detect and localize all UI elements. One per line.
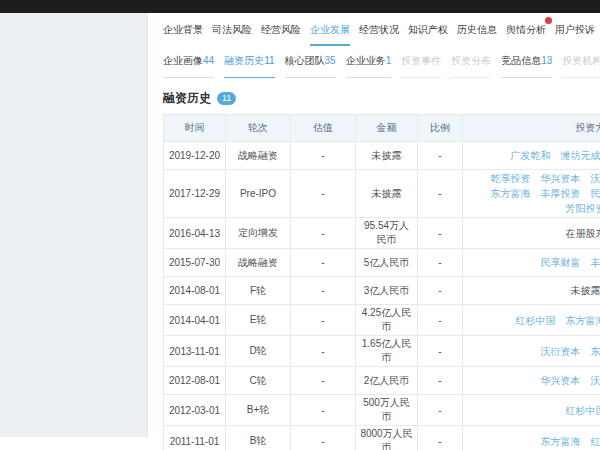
subtab-label: 企业画像 [163, 55, 203, 66]
cell-round: B+轮 [226, 395, 291, 426]
tab-public-sentiment[interactable]: 舆情分析 [506, 23, 546, 44]
investor-link[interactable]: 华兴资本 [541, 375, 581, 386]
tab-history-info[interactable]: 历史信息 [457, 23, 497, 44]
cell-time: 2017-12-29 [164, 170, 226, 218]
investor-line: 红杉中国 [467, 403, 600, 418]
cell-ratio: - [418, 395, 463, 426]
notification-dot-icon [545, 17, 552, 24]
investor-link[interactable]: 芳阳投资 [566, 203, 600, 214]
investor-link[interactable]: 东方富海 [566, 315, 600, 326]
cell-round: D轮 [226, 336, 291, 367]
cell-amount: 3亿人民币 [356, 277, 418, 305]
tab-intellectual-property[interactable]: 知识产权 [408, 23, 448, 44]
investor-link[interactable]: 沃衍资本 [591, 173, 600, 184]
cell-valuation: - [291, 170, 356, 218]
cell-round: C轮 [226, 367, 291, 395]
left-side-panel [0, 13, 148, 437]
investor-link[interactable]: 沃衍资本 [591, 375, 600, 386]
column-header: 比例 [418, 115, 463, 142]
main-content: 企业背景司法风险经营风险企业发展经营状况知识产权历史信息舆情分析用户投诉 企业画… [149, 13, 600, 450]
cell-time: 2014-08-01 [164, 277, 226, 305]
section-title: 融资历史 [163, 90, 211, 107]
subtab-core-team[interactable]: 核心团队35 [285, 54, 336, 78]
cell-valuation: - [291, 395, 356, 426]
investor-line: 东方富海丰厚投资民享财富万向资本 [467, 186, 600, 201]
investor-line: 芳阳投资 [467, 201, 600, 216]
investor-line: 未披露 [467, 283, 600, 298]
section-count-badge: 11 [217, 92, 236, 105]
table-row: 2014-04-01E轮-4.25亿人民币-红杉中国东方富海沃衍资本 [164, 305, 600, 336]
investor-link[interactable]: 东方富海 [591, 346, 600, 357]
table-row: 2015-07-30战略融资-5亿人民币-民享财富丰厚投资 [164, 249, 600, 277]
tab-company-development[interactable]: 企业发展 [310, 23, 350, 46]
cell-ratio: - [418, 142, 463, 170]
cell-amount: 95.54万人民币 [356, 218, 418, 249]
investor-link[interactable]: 东方富海 [491, 188, 531, 199]
investor-link[interactable]: 沃衍资本 [541, 346, 581, 357]
column-header: 估值 [291, 115, 356, 142]
investor-link[interactable]: 东方富海 [541, 436, 581, 447]
tab-operation-status[interactable]: 经营状况 [359, 23, 399, 44]
cell-ratio: - [418, 249, 463, 277]
investor-link[interactable]: 华兴资本 [541, 173, 581, 184]
subtab-label: 融资历史 [224, 55, 264, 66]
tab-operation-risk[interactable]: 经营风险 [261, 23, 301, 44]
subtab-investment-distribution[interactable]: 投资分布 [451, 54, 491, 78]
investor-link[interactable]: 红杉中国 [516, 315, 556, 326]
investor-line: 广发乾和潍坊元成达宁波北岭 [467, 148, 600, 163]
subtab-count: 35 [325, 55, 336, 66]
cell-time: 2013-11-01 [164, 336, 226, 367]
subtab-competitor-info[interactable]: 竞品信息13 [501, 54, 552, 78]
subtab-company-business[interactable]: 企业业务1 [346, 54, 392, 78]
investor-link[interactable]: 广发乾和 [511, 150, 551, 161]
cell-valuation: - [291, 249, 356, 277]
investor-link[interactable]: 丰厚投资 [591, 257, 600, 268]
cell-amount: 1.65亿人民币 [356, 336, 418, 367]
subtab-financing-history[interactable]: 融资历史11 [224, 54, 274, 78]
page: { "tabs": { "items": [ { "name": "compan… [0, 0, 600, 450]
cell-valuation: - [291, 367, 356, 395]
cell-ratio: - [418, 170, 463, 218]
subtab-company-portrait[interactable]: 企业画像44 [163, 54, 214, 78]
table-row: 2014-08-01F轮-3亿人民币-未披露 [164, 277, 600, 305]
investor-line: 红杉中国东方富海沃衍资本 [467, 313, 600, 328]
subtab-label: 投资机构 [562, 55, 600, 66]
cell-ratio: - [418, 367, 463, 395]
cell-time: 2012-03-01 [164, 395, 226, 426]
investor-link[interactable]: 乾享投资 [491, 173, 531, 184]
cell-amount: 4.25亿人民币 [356, 305, 418, 336]
subtab-investment-institutions[interactable]: 投资机构 [562, 54, 600, 78]
cell-ratio: - [418, 336, 463, 367]
tab-company-background[interactable]: 企业背景 [163, 23, 203, 44]
cell-investors: 在册股东 [463, 218, 600, 249]
table-row: 2012-03-01B+轮-500万人民币-红杉中国 [164, 395, 600, 426]
investor-link[interactable]: 丰厚投资 [541, 188, 581, 199]
investor-link[interactable]: 红杉中国 [591, 436, 600, 447]
investor-link[interactable]: 民享财富 [591, 188, 600, 199]
investor-link[interactable]: 民享财富 [541, 257, 581, 268]
secondary-tabbar: 企业画像44融资历史11核心团队35企业业务1投资事件投资分布竞品信息13投资机… [163, 47, 600, 78]
cell-amount: 未披露 [356, 142, 418, 170]
section-header: 融资历史 11 [163, 88, 600, 108]
table-row: 2013-11-01D轮-1.65亿人民币-沃衍资本东方富海 [164, 336, 600, 367]
column-header: 时间 [164, 115, 226, 142]
investor-link[interactable]: 红杉中国 [566, 405, 600, 416]
tab-judicial-risk[interactable]: 司法风险 [212, 23, 252, 44]
cell-ratio: - [418, 426, 463, 450]
cell-amount: 8000万人民币 [356, 426, 418, 450]
subtab-count: 44 [203, 55, 214, 66]
cell-valuation: - [291, 336, 356, 367]
cell-investors: 沃衍资本东方富海 [463, 336, 600, 367]
investor-line: 沃衍资本东方富海 [467, 344, 600, 359]
primary-tabbar: 企业背景司法风险经营风险企业发展经营状况知识产权历史信息舆情分析用户投诉 [163, 13, 600, 47]
table-row: 2012-08-01C轮-2亿人民币-华兴资本沃衍资本 [164, 367, 600, 395]
cell-time: 2011-11-01 [164, 426, 226, 450]
cell-round: Pre-IPO [226, 170, 291, 218]
subtab-label: 投资分布 [451, 55, 491, 66]
subtab-investment-events[interactable]: 投资事件 [401, 54, 441, 78]
browser-top-bar [0, 0, 600, 13]
investor-link[interactable]: 潍坊元成达 [561, 150, 600, 161]
cell-valuation: - [291, 305, 356, 336]
tab-user-complaints[interactable]: 用户投诉 [555, 23, 595, 44]
cell-time: 2014-04-01 [164, 305, 226, 336]
